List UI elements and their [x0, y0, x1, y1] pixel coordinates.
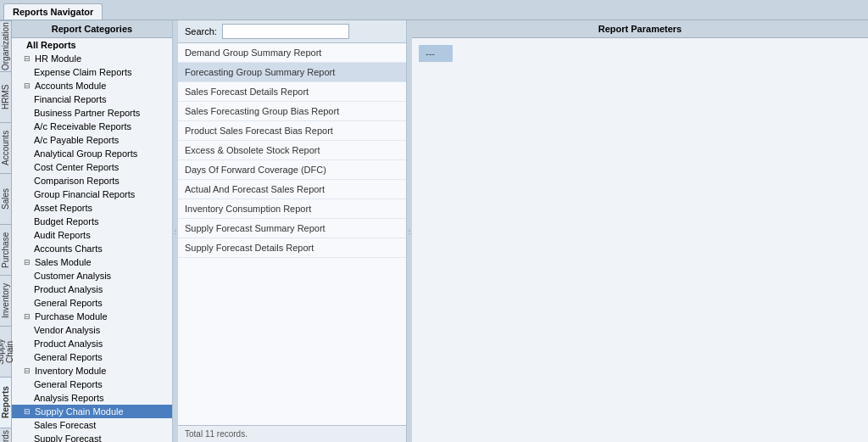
report-item-r9[interactable]: Inventory Consumption Report: [178, 199, 406, 219]
tree-label-inventory: Inventory Module: [35, 366, 106, 376]
tree-label-accounts: Accounts Module: [35, 81, 106, 91]
vtab-sales[interactable]: Sales: [0, 173, 11, 224]
tree-item-vendoranalysis[interactable]: Vendor Analysis: [12, 323, 172, 337]
params-header: Report Parameters: [412, 20, 868, 38]
tree-item-inventory[interactable]: ⊟ Inventory Module: [12, 364, 172, 378]
tree-item-groupfin[interactable]: Group Financial Reports: [12, 187, 172, 201]
tree-label-audit: Audit Reports: [34, 230, 91, 240]
tree-item-financial[interactable]: Financial Reports: [12, 92, 172, 106]
tree-label-financial: Financial Reports: [34, 94, 107, 104]
tree-label-acpay: A/c Payable Reports: [34, 135, 119, 145]
tree-item-all[interactable]: All Reports: [12, 38, 172, 52]
tree-label-genreports-s: General Reports: [34, 298, 103, 308]
tree-item-comparison[interactable]: Comparison Reports: [12, 174, 172, 187]
main-container: Reports Navigator Organization HRMS Acco…: [0, 0, 868, 442]
report-item-r10[interactable]: Supply Forecast Summary Report: [178, 219, 406, 238]
tree-item-audit[interactable]: Audit Reports: [12, 228, 172, 242]
tree-item-costcenter[interactable]: Cost Center Reports: [12, 160, 172, 174]
vtab-dashboards[interactable]: Dashboards: [0, 428, 11, 442]
tree-label-purchase: Purchase Module: [35, 311, 108, 322]
tree-label-all: All Reports: [26, 40, 76, 50]
reports-navigator-tab[interactable]: Reports Navigator: [3, 3, 103, 20]
search-label: Search:: [185, 26, 217, 36]
tree-label-prodanalysis-p: Product Analysis: [34, 338, 103, 349]
categories-panel: Report Categories All Reports ⊟ HR Modul…: [12, 20, 173, 442]
params-panel: Report Parameters ---: [412, 20, 868, 442]
reports-list: Demand Group Summary Report Forecasting …: [178, 43, 406, 425]
search-bar: Search:: [178, 20, 406, 43]
expand-accounts: ⊟: [24, 81, 32, 90]
tree-item-purchase[interactable]: ⊟ Purchase Module: [12, 310, 172, 323]
report-item-r7[interactable]: Days Of Forward Coverage (DFC): [178, 160, 406, 180]
tree-label-supplyforecast: Supply Forecast: [34, 434, 101, 442]
tree-label-custanalysis: Customer Analysis: [34, 271, 111, 281]
tree-item-supplyforecast[interactable]: Supply Forecast: [12, 432, 172, 442]
tree-item-accounts[interactable]: ⊟ Accounts Module: [12, 79, 172, 92]
tree-item-accharts[interactable]: Accounts Charts: [12, 242, 172, 255]
expand-hr: ⊟: [24, 54, 32, 63]
tree-item-acrec[interactable]: A/c Receivable Reports: [12, 120, 172, 133]
tree-label-budget: Budget Reports: [34, 216, 98, 227]
tree-label-bizpartner: Business Partner Reports: [34, 108, 140, 118]
tree-item-prodanalysis-p[interactable]: Product Analysis: [12, 337, 172, 350]
tree-label-prodanalysis-s: Product Analysis: [34, 284, 103, 294]
tree-item-genreports-s[interactable]: General Reports: [12, 296, 172, 310]
vtab-organization[interactable]: Organization: [0, 20, 11, 71]
tree-item-hr[interactable]: ⊟ HR Module: [12, 52, 172, 65]
tree-label-sales: Sales Module: [35, 257, 92, 267]
tab-bar: Reports Navigator: [0, 0, 868, 20]
report-item-r5[interactable]: Product Sales Forecast Bias Report: [178, 121, 406, 141]
tree-label-analysisrep: Analysis Reports: [34, 393, 104, 403]
report-item-r8[interactable]: Actual And Forecast Sales Report: [178, 180, 406, 199]
vtab-purchase[interactable]: Purchase: [0, 224, 11, 275]
report-item-r3[interactable]: Sales Forecast Details Report: [178, 82, 406, 102]
vertical-tabs: Organization HRMS Accounts Sales Purchas…: [0, 20, 12, 442]
tree-item-supplychain[interactable]: ⊟ Supply Chain Module: [12, 405, 172, 418]
tree-item-acpay[interactable]: A/c Payable Reports: [12, 133, 172, 147]
tree-label-acrec: A/c Receivable Reports: [34, 121, 131, 131]
vtab-reports[interactable]: Reports: [0, 377, 11, 428]
vtab-accounts[interactable]: Accounts: [0, 122, 11, 173]
vtab-hrms[interactable]: HRMS: [0, 71, 11, 122]
tree-item-prodanalysis-s[interactable]: Product Analysis: [12, 283, 172, 296]
content-area: Organization HRMS Accounts Sales Purchas…: [0, 20, 868, 442]
tree-label-genreports-i: General Reports: [34, 379, 103, 389]
report-item-r2[interactable]: Forecasting Group Summary Report: [178, 63, 406, 82]
tree-item-genreports-i[interactable]: General Reports: [12, 378, 172, 391]
tree-label-analytical: Analytical Group Reports: [34, 148, 137, 159]
tree-item-salesforecast[interactable]: Sales Forecast: [12, 418, 172, 432]
report-item-r1[interactable]: Demand Group Summary Report: [178, 43, 406, 63]
tree-label-costcenter: Cost Center Reports: [34, 162, 119, 172]
tree-item-analysisrep[interactable]: Analysis Reports: [12, 391, 172, 405]
tree-label-supplychain: Supply Chain Module: [35, 406, 124, 417]
tree-label-hr: HR Module: [35, 53, 81, 64]
report-item-r4[interactable]: Sales Forecasting Group Bias Report: [178, 102, 406, 121]
report-item-r11[interactable]: Supply Forecast Details Report: [178, 238, 406, 258]
tree-label-asset: Asset Reports: [34, 203, 92, 213]
tree-item-budget[interactable]: Budget Reports: [12, 215, 172, 228]
tree-label-groupfin: Group Financial Reports: [34, 189, 135, 199]
tree-item-bizpartner[interactable]: Business Partner Reports: [12, 106, 172, 120]
tree-item-sales[interactable]: ⊟ Sales Module: [12, 255, 172, 269]
report-item-r6[interactable]: Excess & Obsolete Stock Report: [178, 141, 406, 160]
tree-item-analytical[interactable]: Analytical Group Reports: [12, 147, 172, 160]
vtab-inventory[interactable]: Inventory: [0, 275, 11, 326]
tree-item-genreports-p[interactable]: General Reports: [12, 350, 172, 364]
params-content: ---: [412, 38, 868, 442]
expand-supplychain: ⊟: [24, 407, 32, 416]
tree-label-salesforecast: Sales Forecast: [34, 420, 96, 430]
panels: Report Categories All Reports ⊟ HR Modul…: [12, 20, 868, 442]
vtab-supplychain[interactable]: Supply Chain: [0, 326, 11, 377]
main-content: Report Categories All Reports ⊟ HR Modul…: [12, 20, 868, 442]
expand-inventory: ⊟: [24, 366, 32, 375]
expand-sales: ⊟: [24, 258, 32, 266]
tree-item-custanalysis[interactable]: Customer Analysis: [12, 269, 172, 283]
categories-header: Report Categories: [12, 20, 172, 38]
tree-item-expense[interactable]: Expense Claim Reports: [12, 65, 172, 79]
params-placeholder: ---: [419, 45, 453, 62]
tree-label-genreports-p: General Reports: [34, 352, 103, 362]
search-input[interactable]: [222, 24, 349, 39]
reports-footer: Total 11 records.: [178, 425, 406, 442]
tree-item-asset[interactable]: Asset Reports: [12, 201, 172, 215]
tree-label-accharts: Accounts Charts: [34, 243, 103, 254]
